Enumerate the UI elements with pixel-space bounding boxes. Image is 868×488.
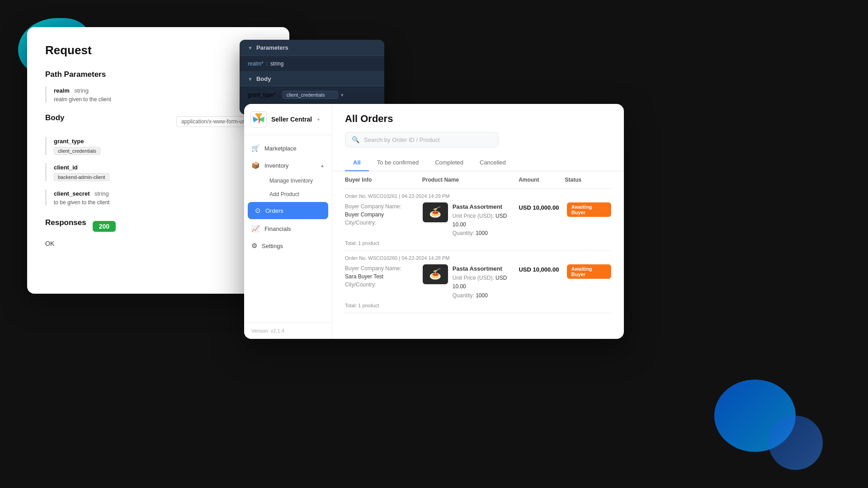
financials-icon: 📈	[251, 225, 260, 233]
settings-icon: ⚙	[251, 242, 257, 250]
responses-title: Responses	[45, 218, 86, 227]
dark-realm-colon: :	[266, 61, 268, 67]
sidebar-item-settings[interactable]: ⚙ Settings	[244, 237, 332, 254]
tab-all[interactable]: All	[345, 155, 369, 171]
product-details-2: Pasta Assortment Unit Price (USD): USD 1…	[453, 264, 515, 300]
realm-field-type: string	[74, 87, 89, 94]
order-row-content-1: Buyer Company Name: Buyer Company City/C…	[345, 202, 611, 238]
client-secret-field: client_secret string required to be give…	[45, 189, 271, 206]
seller-central-panel: Seller Central ▾ 🛒 Marketplace 📦 Invento…	[244, 104, 624, 339]
main-content: All Orders 🔍 Search by Order ID / Produc…	[332, 104, 624, 339]
grant-type-name: grant_type	[54, 138, 84, 145]
logo-svg	[252, 113, 265, 126]
inventory-subnav: Manage Inventory Add Product	[244, 174, 332, 201]
client-secret-name: client_secret	[54, 190, 90, 197]
product-details-1: Pasta Assortment Unit Price (USD): USD 1…	[453, 202, 515, 238]
page-title: All Orders	[345, 113, 611, 125]
product-cell-2: 🍝 Pasta Assortment Unit Price (USD): USD…	[423, 264, 515, 300]
unit-price-1: Unit Price (USD): USD 10.00	[453, 212, 515, 229]
th-amount: Amount	[519, 177, 565, 183]
sidebar-item-manage-inventory[interactable]: Manage Inventory	[262, 174, 332, 188]
body-section: Body application/x-www-form-urlencoded g…	[45, 113, 271, 206]
sidebar-item-financials-label: Financials	[264, 225, 291, 232]
order-row-content-2: Buyer Company Name: Sara Buyer Test City…	[345, 264, 611, 300]
order-meta-1: Order No. WSCO10261 | 04-22-2024 14:29 P…	[345, 193, 611, 199]
responses-section: Responses 200	[45, 218, 271, 235]
amount-2: USD 10,000.00	[519, 264, 563, 273]
seller-central-title: Seller Central	[271, 116, 312, 123]
buyer-city-label-1: City/Country:	[345, 219, 419, 227]
response-ok-text: OK	[45, 240, 271, 247]
quantity-2: Quantity: 1000	[453, 291, 515, 300]
logo-chevron-icon[interactable]: ▾	[317, 117, 320, 122]
client-id-field: client_id required backend-admin-client	[45, 163, 271, 181]
orders-table: Buyer Info Product Name Amount Status Or…	[332, 171, 624, 339]
order-row-1[interactable]: Order No. WSCO10261 | 04-22-2024 14:29 P…	[345, 189, 611, 251]
unit-price-2: Unit Price (USD): USD 10.00	[453, 274, 515, 291]
dark-realm-value: string	[270, 61, 283, 67]
amount-1: USD 10,000.00	[519, 202, 563, 211]
buyer-city-label-2: City/Country:	[345, 281, 419, 289]
search-icon: 🔍	[352, 136, 359, 143]
total-2: Total: 1 product	[345, 303, 611, 308]
product-thumb-2: 🍝	[423, 264, 448, 284]
sidebar: Seller Central ▾ 🛒 Marketplace 📦 Invento…	[244, 104, 332, 339]
status-cell-2: Awaiting Buyer	[567, 264, 611, 279]
th-status: Status	[565, 177, 611, 183]
sidebar-item-marketplace-label: Marketplace	[264, 145, 297, 152]
logo-icon	[250, 111, 267, 127]
realm-field: realm string required realm given to the…	[45, 86, 271, 103]
tab-cancelled[interactable]: Cancelled	[472, 155, 514, 171]
client-id-name: client_id	[54, 164, 78, 171]
buyer-info-2: Buyer Company Name: Sara Buyer Test City…	[345, 264, 419, 289]
buyer-company-2: Sara Buyer Test	[345, 272, 419, 281]
dark-chevron-icon: ▼	[248, 45, 253, 51]
sidebar-item-marketplace[interactable]: 🛒 Marketplace	[244, 140, 332, 157]
dark-grant-type-row: grant_type* : client_credentials ▾	[240, 86, 384, 103]
status-badge-2: Awaiting Buyer	[567, 264, 611, 279]
status-badge-1: Awaiting Buyer	[567, 202, 611, 217]
sidebar-nav: 🛒 Marketplace 📦 Inventory ▲ Manage Inven…	[244, 135, 332, 322]
dark-body-chevron-icon: ▼	[248, 76, 253, 82]
product-cell-1: 🍝 Pasta Assortment Unit Price (USD): USD…	[423, 202, 515, 238]
buyer-info-1: Buyer Company Name: Buyer Company City/C…	[345, 202, 419, 227]
total-1: Total: 1 product	[345, 240, 611, 246]
dark-grant-type-colon: :	[278, 92, 279, 98]
buyer-company-label-1: Buyer Company Name:	[345, 202, 419, 211]
buyer-company-label-2: Buyer Company Name:	[345, 264, 419, 272]
dark-dropdown-icon: ▾	[341, 92, 344, 98]
sidebar-version: Version: v2.1.4	[244, 322, 332, 339]
tab-to-be-confirmed[interactable]: To be confirmed	[369, 155, 427, 171]
dark-panel-parameters-header: ▼ Parameters	[240, 40, 384, 56]
product-name-1: Pasta Assortment	[453, 202, 515, 212]
client-id-badge: backend-admin-client	[54, 173, 109, 181]
buyer-company-1: Buyer Company	[345, 211, 419, 219]
client-secret-type: string	[94, 190, 109, 197]
dark-body-label: Body	[256, 75, 271, 82]
sidebar-item-add-product[interactable]: Add Product	[262, 188, 332, 201]
dark-realm-key: realm*	[248, 61, 264, 67]
product-name-2: Pasta Assortment	[453, 264, 515, 274]
dark-grant-type-value[interactable]: client_credentials	[283, 91, 338, 99]
decorative-blob-br2	[769, 416, 823, 470]
dark-parameters-label: Parameters	[256, 44, 288, 51]
search-input-placeholder: Search by Order ID / Product	[364, 136, 440, 143]
quantity-1: Quantity: 1000	[453, 229, 515, 238]
sidebar-item-settings-label: Settings	[262, 243, 283, 249]
body-header: Body application/x-www-form-urlencoded	[45, 113, 271, 130]
tab-completed[interactable]: Completed	[427, 155, 472, 171]
body-title: Body	[45, 113, 65, 122]
sidebar-item-inventory[interactable]: 📦 Inventory ▲	[244, 157, 332, 174]
sidebar-item-orders[interactable]: ⊙ Orders	[248, 202, 328, 219]
main-header: All Orders 🔍 Search by Order ID / Produc…	[332, 104, 624, 155]
sidebar-item-financials[interactable]: 📈 Financials	[244, 220, 332, 237]
order-row-2[interactable]: Order No. WSCO10260 | 04-22-2024 14:28 P…	[345, 251, 611, 313]
sidebar-item-orders-label: Orders	[265, 207, 283, 214]
sidebar-logo: Seller Central ▾	[244, 104, 332, 135]
dark-realm-row: realm* : string	[240, 56, 384, 72]
status-cell-1: Awaiting Buyer	[567, 202, 611, 217]
response-200-badge: 200	[93, 221, 116, 232]
marketplace-icon: 🛒	[251, 144, 260, 152]
realm-field-name: realm	[54, 87, 70, 94]
search-bar[interactable]: 🔍 Search by Order ID / Product	[345, 132, 499, 147]
